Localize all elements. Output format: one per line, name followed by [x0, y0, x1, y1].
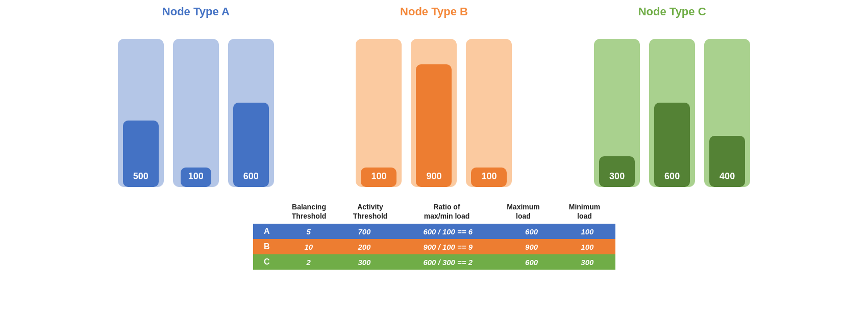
bar-c2-label: 600	[654, 171, 690, 182]
row-a-activity: 700	[336, 224, 392, 239]
table-row-a: A 5 700 600 / 100 == 6 600 100	[253, 224, 615, 239]
bar-b2-outer: 900	[411, 39, 457, 187]
bar-c3-outer: 400	[704, 39, 750, 187]
node-type-a-header: Node Type A	[114, 5, 278, 18]
bar-a3-outer: 600	[228, 39, 274, 187]
row-b-max: 900	[504, 239, 559, 254]
bar-b2-label: 900	[416, 171, 452, 182]
bar-c1-inner: 300	[599, 156, 635, 187]
row-a-ratio: 600 / 100 == 6	[392, 224, 504, 239]
col-headers-row: Balancing Threshold Activity Threshold R…	[279, 202, 615, 221]
row-c-label: C	[253, 254, 281, 270]
row-a-balancing: 5	[281, 224, 336, 239]
row-b-label: B	[253, 239, 281, 254]
col-header-ratio: Ratio of max/min load	[401, 202, 493, 221]
bars-section: 500 100 600 100	[77, 23, 791, 187]
col-header-activity: Activity Threshold	[340, 202, 401, 221]
row-a-label: A	[253, 224, 281, 239]
bar-c1-outer: 300	[594, 39, 640, 187]
row-c-activity: 300	[336, 254, 392, 270]
bar-c3-inner: 400	[709, 136, 745, 187]
bar-c2-outer: 600	[649, 39, 695, 187]
row-c-ratio: 600 / 300 == 2	[392, 254, 504, 270]
bar-b1-label: 100	[361, 171, 396, 182]
data-table: A 5 700 600 / 100 == 6 600 100 B 10 200 …	[253, 224, 615, 270]
main-container: Node Type A Node Type B Node Type C 500 …	[0, 0, 868, 310]
bar-b1-inner: 100	[361, 168, 396, 187]
bar-a3-label: 600	[233, 171, 269, 182]
bar-b2-inner: 900	[416, 64, 452, 187]
row-b-activity: 200	[336, 239, 392, 254]
node-type-b-header: Node Type B	[352, 5, 515, 18]
bar-a2-inner: 100	[181, 168, 211, 187]
bar-b1-outer: 100	[356, 39, 402, 187]
col-header-balancing: Balancing Threshold	[279, 202, 340, 221]
bar-b3-label: 100	[471, 171, 507, 182]
col-header-min: Minimum load	[554, 202, 615, 221]
bar-c3-label: 400	[709, 171, 745, 182]
bar-a1-inner: 500	[123, 121, 159, 187]
bar-b3-inner: 100	[471, 168, 507, 187]
row-b-balancing: 10	[281, 239, 336, 254]
col-header-max: Maximum load	[493, 202, 554, 221]
row-a-max: 600	[504, 224, 559, 239]
node-group-b: 100 900 100	[352, 39, 515, 187]
node-type-c-header: Node Type C	[590, 5, 754, 18]
row-c-min: 300	[559, 254, 615, 270]
row-b-min: 100	[559, 239, 615, 254]
row-b-ratio: 900 / 100 == 9	[392, 239, 504, 254]
bar-c1-label: 300	[599, 171, 635, 182]
table-wrapper: Balancing Threshold Activity Threshold R…	[253, 202, 615, 270]
table-row-b: B 10 200 900 / 100 == 9 900 100	[253, 239, 615, 254]
node-group-a: 500 100 600	[114, 39, 278, 187]
row-c-max: 600	[504, 254, 559, 270]
row-a-min: 100	[559, 224, 615, 239]
table-row-c: C 2 300 600 / 300 == 2 600 300	[253, 254, 615, 270]
bar-b3-outer: 100	[466, 39, 512, 187]
row-c-balancing: 2	[281, 254, 336, 270]
bar-a3-inner: 600	[233, 103, 269, 187]
bar-a1-label: 500	[123, 171, 159, 182]
bar-a2-outer: 100	[173, 39, 219, 187]
bar-a2-label: 100	[181, 171, 211, 182]
bar-c2-inner: 600	[654, 103, 690, 187]
node-headers: Node Type A Node Type B Node Type C	[77, 5, 791, 18]
table-section: Balancing Threshold Activity Threshold R…	[253, 202, 615, 270]
node-group-c: 300 600 400	[590, 39, 754, 187]
bar-a1-outer: 500	[118, 39, 164, 187]
